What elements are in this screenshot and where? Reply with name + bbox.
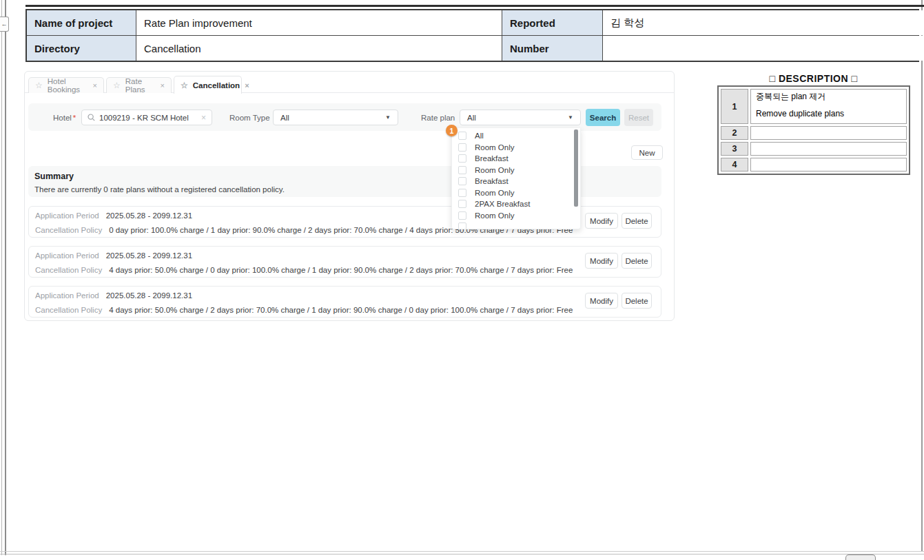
modify-button[interactable]: Modify	[585, 213, 618, 229]
application-period-label: Application Period	[35, 251, 99, 260]
header-top-border	[25, 5, 924, 7]
rate-plan-select[interactable]: All ▼	[460, 110, 581, 125]
policy-card: Application Period2025.05.28 - 2099.12.3…	[28, 286, 661, 318]
dropdown-option[interactable]: Breakfast	[452, 153, 580, 165]
left-page-edge-line	[1, 0, 2, 555]
dropdown-option[interactable]: Room Only	[452, 187, 580, 199]
room-type-value: All	[280, 114, 289, 122]
dropdown-scrollbar-thumb[interactable]	[574, 129, 578, 207]
application-period-value: 2025.05.28 - 2099.12.31	[106, 251, 192, 260]
clear-icon[interactable]: ×	[201, 113, 206, 123]
rate-plan-value: All	[467, 114, 476, 122]
cancellation-policy-value: 4 days prior: 50.0% charge / 0 day prior…	[109, 266, 573, 274]
modify-button[interactable]: Modify	[585, 253, 618, 269]
page: ← Name of project Rate Plan improvement …	[0, 0, 924, 560]
checkbox-icon[interactable]	[458, 211, 466, 220]
reset-button[interactable]: Reset	[624, 109, 653, 126]
checkbox-icon[interactable]	[458, 154, 466, 163]
description-row-number: 3	[721, 142, 748, 156]
tab-rate-plans[interactable]: ☆ Rate Plans ×	[106, 77, 172, 93]
description-row-number: 2	[721, 126, 748, 140]
dropdown-option-partial[interactable]	[452, 221, 580, 229]
cancellation-policy-label: Cancellation Policy	[35, 226, 102, 234]
dropdown-option[interactable]: Breakfast	[452, 176, 580, 187]
application-period-label: Application Period	[35, 291, 99, 300]
description-row-content[interactable]	[750, 158, 907, 172]
bottom-page-edge-line	[0, 551, 924, 552]
application-period-value: 2025.05.28 - 2099.12.31	[106, 291, 192, 300]
description-row-content[interactable]	[750, 126, 907, 140]
tab-label: Cancellation	[193, 81, 240, 90]
annotation-badge-1: 1	[446, 125, 458, 136]
close-tab-icon[interactable]: ×	[245, 81, 249, 90]
favorite-star-icon[interactable]: ☆	[113, 81, 121, 90]
room-type-select[interactable]: All ▼	[273, 110, 398, 125]
hotel-label: Hotel*	[53, 114, 76, 122]
project-name-label: Name of project	[27, 10, 136, 35]
search-button[interactable]: Search	[586, 109, 620, 126]
description-row-content[interactable]	[750, 142, 907, 156]
dropdown-option[interactable]: Room Only	[452, 142, 580, 154]
reported-label: Reported	[502, 10, 602, 35]
left-arrow-icon: ←	[1, 21, 8, 28]
number-value	[603, 36, 923, 61]
right-page-edge-line	[921, 0, 923, 552]
cancellation-policy-value: 4 days prior: 50.0% charge / 2 days prio…	[109, 306, 573, 314]
dropdown-option[interactable]: All	[452, 130, 580, 142]
dropdown-option[interactable]: Room Only	[452, 210, 580, 222]
directory-label: Directory	[27, 36, 136, 61]
checkbox-icon[interactable]	[458, 132, 466, 140]
project-header-table: Name of project Rate Plan improvement Re…	[25, 9, 919, 62]
tab-strip: ☆ Hotel Bookings × ☆ Rate Plans × ☆ Canc…	[25, 76, 674, 93]
cancellation-policy-label: Cancellation Policy	[35, 266, 102, 274]
application-period-label: Application Period	[35, 211, 99, 220]
rate-plan-dropdown: All Room Only Breakfast Room Only Breakf…	[451, 128, 581, 229]
hotel-value: 1009219 - KR SCM Hotel	[99, 114, 197, 122]
modify-button[interactable]: Modify	[585, 293, 618, 309]
room-type-label: Room Type	[229, 114, 270, 122]
description-table: 1 중복되는 plan 제거 Remove duplicate plans 2 …	[717, 85, 910, 175]
description-row-number: 4	[721, 158, 748, 172]
rate-plan-label: Rate plan	[421, 114, 455, 122]
favorite-star-icon[interactable]: ☆	[181, 81, 188, 90]
application-period-value: 2025.05.28 - 2099.12.31	[106, 211, 192, 220]
required-asterisk: *	[73, 114, 76, 122]
dropdown-option[interactable]: Room Only	[452, 165, 580, 176]
delete-button[interactable]: Delete	[622, 293, 652, 309]
favorite-star-icon[interactable]: ☆	[35, 81, 43, 90]
reported-value: 김 학성	[603, 10, 923, 35]
close-tab-icon[interactable]: ×	[161, 81, 165, 90]
policy-card: Application Period2025.05.28 - 2099.12.3…	[28, 246, 661, 278]
new-button[interactable]: New	[631, 145, 663, 160]
tab-label: Hotel Bookings	[48, 77, 88, 94]
bottom-page-edge-line-2	[0, 554, 924, 554]
chevron-down-icon: ▼	[568, 114, 573, 121]
description-title: □ DESCRIPTION □	[717, 73, 910, 84]
tab-hotel-bookings[interactable]: ☆ Hotel Bookings ×	[28, 77, 104, 93]
description-row-content[interactable]: 중복되는 plan 제거 Remove duplicate plans	[750, 89, 907, 124]
description-row-number: 1	[721, 89, 748, 124]
checkbox-icon[interactable]	[458, 143, 466, 152]
dropdown-option[interactable]: 2PAX Breakfast	[452, 198, 580, 210]
tab-label: Rate Plans	[125, 77, 156, 94]
delete-button[interactable]: Delete	[622, 253, 652, 269]
hotel-search-input[interactable]: 1009219 - KR SCM Hotel ×	[81, 110, 212, 125]
collapse-pane-button[interactable]: ←	[0, 17, 9, 32]
checkbox-icon[interactable]	[458, 177, 466, 185]
description-line-en: Remove duplicate plans	[756, 109, 901, 118]
project-name-value: Rate Plan improvement	[136, 10, 502, 35]
chevron-down-icon: ▼	[385, 114, 391, 121]
checkbox-icon[interactable]	[458, 222, 466, 229]
checkbox-icon[interactable]	[458, 166, 466, 174]
left-pane-divider-line	[5, 0, 6, 555]
close-tab-icon[interactable]: ×	[93, 81, 97, 90]
bottom-partial-widget[interactable]	[845, 554, 876, 560]
checkbox-icon[interactable]	[458, 189, 466, 197]
filter-bar: Hotel* 1009219 - KR SCM Hotel × Room Typ…	[28, 103, 661, 131]
cancellation-policy-label: Cancellation Policy	[35, 306, 102, 314]
tab-cancellation[interactable]: ☆ Cancellation ×	[174, 76, 242, 94]
number-label: Number	[502, 36, 602, 61]
description-line-ko: 중복되는 plan 제거	[756, 91, 901, 103]
checkbox-icon[interactable]	[458, 200, 466, 208]
delete-button[interactable]: Delete	[622, 213, 652, 229]
